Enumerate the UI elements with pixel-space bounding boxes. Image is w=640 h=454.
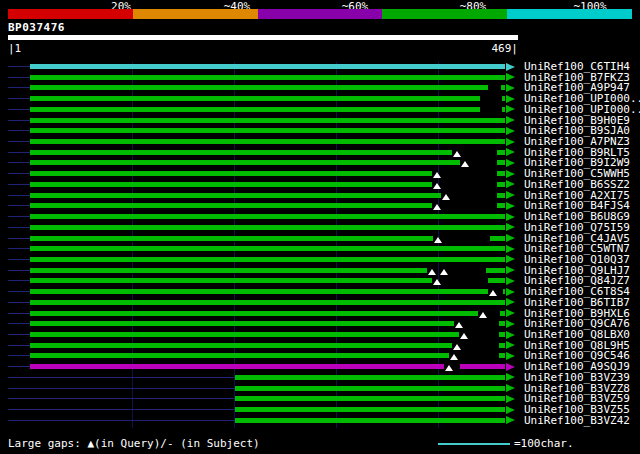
arrow-right-icon (506, 363, 515, 371)
hit-bar[interactable] (235, 418, 505, 423)
row-baseline (8, 130, 30, 131)
hit-bar[interactable] (30, 85, 488, 90)
hit-bar[interactable] (235, 375, 505, 380)
hit-bar[interactable] (497, 150, 505, 155)
hit-bar[interactable] (30, 128, 505, 133)
arrow-right-icon (506, 73, 515, 81)
hit-bar[interactable] (30, 257, 505, 262)
hit-bar[interactable] (30, 364, 444, 369)
hit-bar[interactable] (30, 171, 432, 176)
gap-marker-icon (428, 269, 436, 275)
hit-bar[interactable] (235, 386, 505, 391)
hit-bar[interactable] (497, 203, 505, 208)
score-segment-purple (258, 9, 383, 19)
row-baseline (8, 238, 30, 239)
hit-bar[interactable] (235, 396, 505, 401)
hit-bar[interactable] (30, 225, 505, 230)
hit-bar[interactable] (30, 64, 505, 69)
arrow-right-icon (506, 298, 515, 306)
hit-bar[interactable] (30, 96, 480, 101)
hit-bar[interactable] (30, 139, 505, 144)
row-baseline (8, 355, 30, 356)
arrow-right-icon (506, 63, 515, 71)
arrow-right-icon (506, 127, 515, 135)
hit-bar[interactable] (235, 407, 505, 412)
hit-bar[interactable] (30, 107, 480, 112)
hit-bar[interactable] (30, 75, 505, 80)
query-bar (8, 35, 518, 40)
row-baseline (8, 420, 235, 421)
row-baseline (8, 323, 30, 324)
hit-bar[interactable] (30, 236, 433, 241)
hit-bar[interactable] (460, 364, 505, 369)
hit-bar[interactable] (502, 96, 505, 101)
row-baseline (8, 141, 30, 142)
row-baseline (8, 109, 30, 110)
hit-bar[interactable] (30, 118, 505, 123)
hit-bar[interactable] (30, 150, 452, 155)
hit-bar[interactable] (30, 182, 432, 187)
alignment-row: UniRef100_B3VZ42 (0, 416, 640, 427)
hit-bar[interactable] (30, 300, 505, 305)
hit-bar[interactable] (30, 321, 454, 326)
row-baseline (8, 98, 30, 99)
hit-bar[interactable] (497, 193, 505, 198)
arrow-right-icon (506, 95, 515, 103)
scale-label: =100char. (514, 437, 574, 450)
gap-marker-icon (461, 161, 469, 167)
hit-bar[interactable] (30, 214, 505, 219)
gap-marker-icon (433, 204, 441, 210)
arrow-right-icon (506, 406, 515, 414)
gap-marker-icon (453, 344, 461, 350)
row-baseline (8, 87, 30, 88)
hit-bar[interactable] (30, 246, 505, 251)
row-baseline (8, 66, 30, 67)
arrow-right-icon (506, 309, 515, 317)
arrow-right-icon (506, 384, 515, 392)
arrow-right-icon (506, 191, 515, 199)
hit-bar[interactable] (30, 193, 441, 198)
row-baseline (8, 195, 30, 196)
gap-marker-icon (479, 312, 487, 318)
hit-bar[interactable] (30, 343, 452, 348)
hit-bar[interactable] (30, 289, 488, 294)
arrow-right-icon (506, 266, 515, 274)
row-baseline (8, 313, 30, 314)
hit-bar[interactable] (503, 289, 505, 294)
hit-bar[interactable] (486, 268, 505, 273)
hit-bar[interactable] (497, 171, 505, 176)
hit-bar[interactable] (490, 236, 505, 241)
gap-marker-icon (450, 354, 458, 360)
arrow-right-icon (506, 255, 515, 263)
hit-bar[interactable] (502, 107, 505, 112)
hit-bar[interactable] (501, 85, 505, 90)
hit-bar[interactable] (499, 353, 505, 358)
arrow-right-icon (506, 116, 515, 124)
gap-marker-icon (442, 194, 450, 200)
arrow-right-icon (506, 148, 515, 156)
hit-bar[interactable] (499, 343, 505, 348)
row-baseline (8, 173, 30, 174)
row-baseline (8, 398, 235, 399)
score-color-bar (8, 9, 632, 19)
hit-bar[interactable] (30, 160, 460, 165)
hit-bar[interactable] (30, 311, 478, 316)
hit-bar[interactable] (488, 278, 505, 283)
gap-marker-icon (433, 279, 441, 285)
hit-label[interactable]: UniRef100_B3VZ42 (524, 415, 630, 426)
hit-bar[interactable] (499, 321, 505, 326)
hit-bar[interactable] (30, 268, 427, 273)
hit-bar[interactable] (499, 332, 505, 337)
score-segment-red (8, 9, 133, 19)
hit-bar[interactable] (30, 332, 459, 337)
row-baseline (8, 259, 30, 260)
hit-bar[interactable] (30, 278, 432, 283)
hit-bar[interactable] (497, 160, 505, 165)
hit-bar[interactable] (30, 353, 449, 358)
hit-bar[interactable] (30, 203, 432, 208)
hit-bar[interactable] (500, 311, 505, 316)
arrow-right-icon (506, 159, 515, 167)
row-baseline (8, 270, 30, 271)
arrow-right-icon (506, 84, 515, 92)
hit-bar[interactable] (497, 182, 505, 187)
